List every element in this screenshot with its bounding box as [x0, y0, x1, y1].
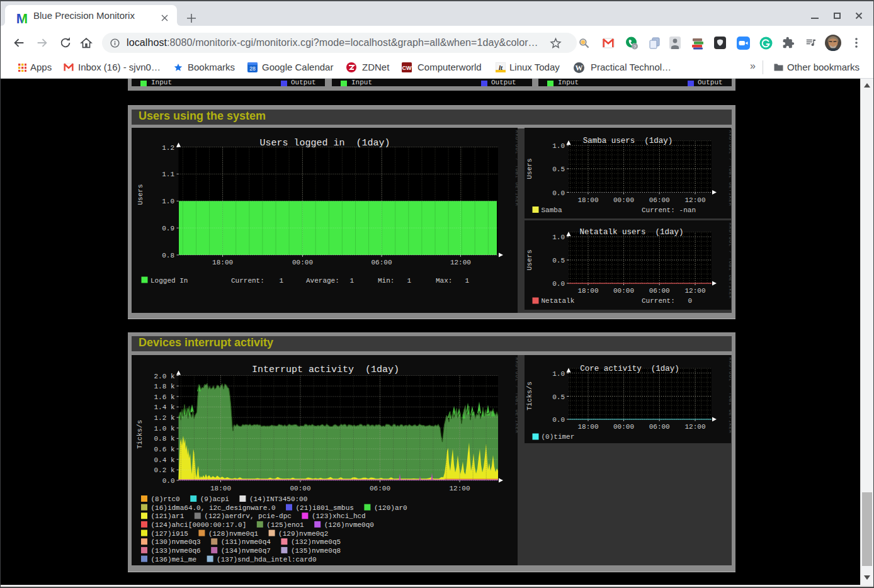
svg-text:1: 1 — [465, 277, 469, 285]
svg-text:(131)nvme0q4: (131)nvme0q4 — [221, 538, 271, 546]
svg-text:(137)snd_hda_intel:card0: (137)snd_hda_intel:card0 — [217, 556, 316, 563]
svg-text:(136)mei_me: (136)mei_me — [151, 556, 197, 563]
svg-text:0.9: 0.9 — [162, 225, 174, 232]
svg-text:(126)nvme0q0: (126)nvme0q0 — [324, 521, 374, 529]
svg-text:Current:: Current: — [642, 297, 675, 305]
svg-text:(120)ar0: (120)ar0 — [374, 504, 407, 512]
svg-text:1.0 k: 1.0 k — [154, 425, 174, 433]
svg-text:(130)nvme0q3: (130)nvme0q3 — [151, 538, 201, 546]
svg-text:(16)idma64.0, i2c_designware.0: (16)idma64.0, i2c_designware.0 — [151, 504, 276, 512]
svg-text:0.5: 0.5 — [552, 166, 565, 173]
svg-text:06:00: 06:00 — [649, 196, 670, 204]
svg-text:-nan: -nan — [679, 206, 696, 214]
svg-text:18:00: 18:00 — [577, 423, 598, 431]
svg-text:Samba: Samba — [542, 206, 562, 214]
svg-text:1.0: 1.0 — [552, 234, 565, 241]
svg-text:Netatalk: Netatalk — [542, 297, 575, 305]
svg-text:Interrupt activity (1day): Interrupt activity (1day) — [252, 365, 399, 375]
svg-text:Users: Users — [526, 249, 533, 270]
svg-text:00:00: 00:00 — [292, 259, 313, 266]
svg-text:Samba users (1day): Samba users (1day) — [583, 137, 673, 145]
svg-text:0.2 k: 0.2 k — [154, 466, 174, 474]
svg-text:1.0: 1.0 — [552, 142, 565, 150]
svg-text:18:00: 18:00 — [577, 196, 598, 204]
svg-text:1.1: 1.1 — [162, 171, 174, 178]
svg-text:Logged In: Logged In — [150, 277, 188, 285]
svg-text:06:00: 06:00 — [371, 259, 392, 266]
svg-text:(122)aerdrv, pcie-dpc: (122)aerdrv, pcie-dpc — [204, 512, 292, 520]
svg-text:00:00: 00:00 — [613, 196, 634, 204]
svg-text:0.4 k: 0.4 k — [154, 456, 174, 464]
svg-text:(14)INT3450:00: (14)INT3450:00 — [249, 495, 307, 503]
svg-text:1.6 k: 1.6 k — [154, 393, 174, 401]
svg-text:(133)nvme0q6: (133)nvme0q6 — [151, 547, 201, 555]
svg-text:1: 1 — [349, 277, 354, 285]
svg-text:Current:: Current: — [642, 206, 675, 214]
svg-text:28: 28 — [249, 65, 256, 72]
svg-text:0.0: 0.0 — [162, 477, 175, 485]
svg-text:W: W — [576, 64, 583, 72]
svg-text:Ticks/s: Ticks/s — [136, 420, 144, 449]
svg-text:06:00: 06:00 — [370, 485, 390, 492]
svg-text:(129)nvme0q2: (129)nvme0q2 — [278, 530, 328, 538]
svg-text:RRDTOOL / TOBI OETIKER: RRDTOOL / TOBI OETIKER — [514, 358, 518, 434]
svg-text:1.8 k: 1.8 k — [154, 383, 174, 390]
svg-text:Netatalk users (1day): Netatalk users (1day) — [579, 228, 683, 237]
svg-text:(9)acpi: (9)acpi — [200, 495, 230, 503]
svg-text:00:00: 00:00 — [613, 287, 634, 295]
svg-text:Max:: Max: — [436, 277, 452, 285]
svg-text:0.6 k: 0.6 k — [154, 446, 174, 453]
svg-text:0.8 k: 0.8 k — [154, 435, 174, 443]
svg-text:(0)timer: (0)timer — [542, 433, 575, 441]
svg-text:06:00: 06:00 — [649, 423, 670, 431]
svg-text:1.0: 1.0 — [552, 370, 565, 378]
svg-text:Ticks/s: Ticks/s — [526, 382, 533, 410]
svg-text:1.2 k: 1.2 k — [154, 414, 174, 422]
svg-text:0.0: 0.0 — [552, 280, 565, 288]
svg-text:12:00: 12:00 — [450, 259, 471, 266]
svg-text:(134)nvme0q7: (134)nvme0q7 — [221, 547, 271, 555]
svg-text:18:00: 18:00 — [577, 287, 598, 295]
svg-text:1: 1 — [407, 277, 411, 285]
svg-text:Users: Users — [137, 184, 144, 205]
svg-text:(125)eno1: (125)eno1 — [266, 521, 304, 529]
svg-text:12:00: 12:00 — [449, 485, 470, 492]
svg-text:(21)i801_smbus: (21)i801_smbus — [296, 504, 354, 512]
svg-text:0.5: 0.5 — [552, 257, 565, 264]
svg-text:1.2: 1.2 — [162, 144, 174, 152]
svg-text:12:00: 12:00 — [684, 423, 705, 431]
svg-text:2.0 k: 2.0 k — [154, 373, 174, 380]
svg-text:(127)i915: (127)i915 — [151, 530, 188, 538]
svg-text:?: ? — [633, 44, 637, 50]
svg-text:(132)nvme0q5: (132)nvme0q5 — [291, 538, 341, 546]
svg-text:(128)nvme0q1: (128)nvme0q1 — [208, 530, 259, 538]
svg-text:lt: lt — [499, 64, 503, 71]
svg-text:CW: CW — [402, 65, 412, 71]
svg-text:12:00: 12:00 — [684, 196, 705, 204]
svg-text:Average:: Average: — [306, 277, 339, 285]
svg-text:0.8: 0.8 — [162, 252, 174, 259]
svg-text:RRDTOOL / TOBI OETIKER: RRDTOOL / TOBI OETIKER — [728, 223, 731, 299]
svg-text:18:00: 18:00 — [210, 485, 231, 492]
svg-text:(124)ahci[0000:00:17.0]: (124)ahci[0000:00:17.0] — [151, 521, 247, 529]
svg-text:Core activity (1day): Core activity (1day) — [580, 365, 679, 373]
svg-text:1.0: 1.0 — [162, 198, 174, 205]
svg-text:Users logged in (1day): Users logged in (1day) — [259, 138, 390, 149]
svg-text:(123)xhci_hcd: (123)xhci_hcd — [312, 512, 366, 520]
svg-text:00:00: 00:00 — [290, 485, 310, 492]
svg-text:12:00: 12:00 — [684, 287, 705, 295]
svg-text:0.5: 0.5 — [552, 393, 565, 401]
svg-text:RRDTOOL / TOBI OETIKER: RRDTOOL / TOBI OETIKER — [728, 130, 731, 206]
svg-text:18:00: 18:00 — [212, 259, 233, 266]
svg-text:(135)nvme0q8: (135)nvme0q8 — [291, 547, 341, 555]
svg-text:Users: Users — [526, 158, 533, 179]
svg-text:00:00: 00:00 — [613, 423, 634, 431]
svg-text:RRDTOOL / TOBI OETIKER: RRDTOOL / TOBI OETIKER — [514, 130, 518, 206]
svg-text:RRDTOOL / TOBI OETIKER: RRDTOOL / TOBI OETIKER — [728, 358, 731, 434]
svg-text:1: 1 — [279, 277, 283, 285]
svg-text:0: 0 — [688, 297, 692, 305]
svg-text:(121)ar1: (121)ar1 — [151, 512, 184, 520]
svg-text:(8)rtc0: (8)rtc0 — [151, 495, 180, 503]
svg-text:0.0: 0.0 — [552, 189, 565, 197]
svg-text:06:00: 06:00 — [649, 287, 670, 295]
